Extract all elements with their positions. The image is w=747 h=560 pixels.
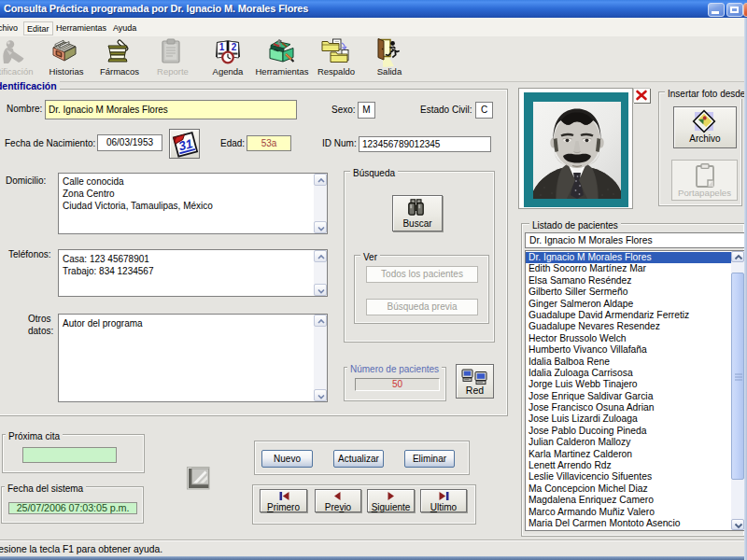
svg-text:1: 1 (219, 42, 225, 52)
svg-text:2: 2 (232, 42, 237, 52)
